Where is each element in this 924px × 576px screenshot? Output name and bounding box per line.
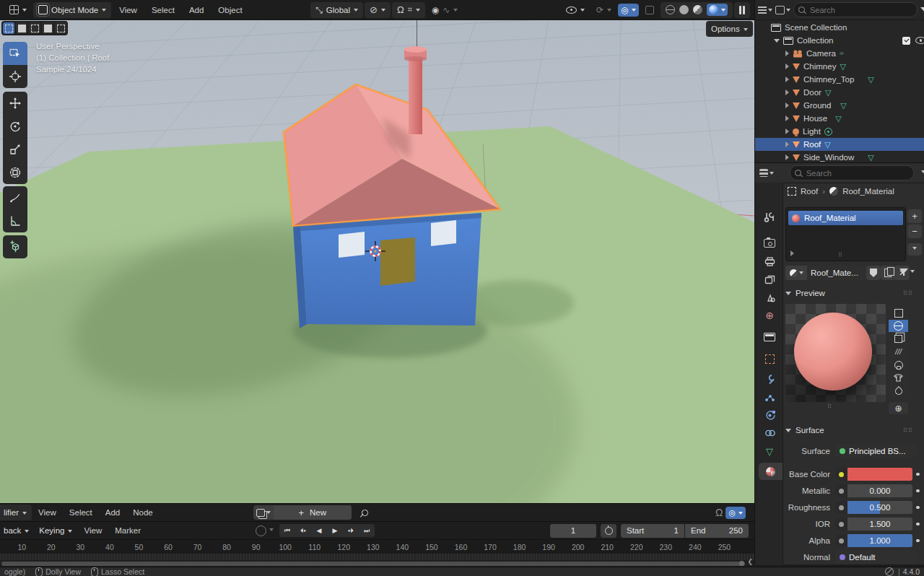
tab-modifiers[interactable] <box>759 370 780 388</box>
expand-arrow-icon[interactable] <box>785 64 789 69</box>
collection-checkbox[interactable] <box>902 37 910 45</box>
outliner-row-collection[interactable]: Collection <box>755 34 924 47</box>
auto-keyframe-button[interactable] <box>601 524 616 538</box>
properties-options-chevron[interactable] <box>921 170 924 175</box>
breadcrumb-object[interactable]: Roof <box>801 187 818 196</box>
fake-user-button[interactable] <box>866 266 881 280</box>
outliner-item-label[interactable]: Ground <box>803 101 831 110</box>
xray-toggle[interactable] <box>640 2 659 18</box>
timeline-menu-marker[interactable]: Marker <box>108 523 147 538</box>
record-options-chevron[interactable] <box>269 528 274 533</box>
scrollbar-handle-dot[interactable] <box>739 561 744 566</box>
expand-arrow-icon[interactable] <box>785 115 789 121</box>
tool-measure[interactable] <box>3 209 27 232</box>
house-walls[interactable] <box>293 213 481 328</box>
shading-material-icon[interactable] <box>693 5 702 14</box>
base-color-swatch[interactable] <box>847 468 912 481</box>
play-button[interactable]: ▶ <box>327 524 343 537</box>
collapse-arrow-icon[interactable] <box>774 39 780 43</box>
end-frame-field[interactable]: End250 <box>685 524 749 538</box>
prev-keyframe-button[interactable]: ⏴⬩ <box>295 524 311 537</box>
tool-rotate[interactable] <box>3 115 27 138</box>
material-name-field[interactable]: Roof_Mate... <box>807 266 866 280</box>
panel-drag-grip[interactable]: ⠿⠿ <box>903 290 913 297</box>
tab-object[interactable] <box>759 350 780 367</box>
outliner-row-house[interactable]: House ▽ <box>755 112 924 125</box>
tool-scale[interactable] <box>3 138 27 161</box>
jump-to-start-button[interactable]: ⏮ <box>279 524 295 537</box>
expand-arrow-icon[interactable] <box>785 141 789 147</box>
outliner-row-chimney-top[interactable]: Chimney_Top ▽ <box>755 73 924 86</box>
eye-icon[interactable] <box>915 37 924 44</box>
outliner-row-ground[interactable]: Ground ▽ <box>755 99 924 112</box>
outliner-filter-button[interactable] <box>920 6 924 14</box>
copy-material-button[interactable] <box>881 266 895 280</box>
options-button[interactable]: Options <box>706 21 753 37</box>
shading-solid-icon[interactable] <box>679 5 689 14</box>
base-color-socket[interactable] <box>835 468 847 481</box>
proportional-edit-group[interactable]: ◉ ∿ <box>427 2 463 18</box>
outliner-item-label[interactable]: Roof <box>803 140 821 149</box>
expand-arrow-icon[interactable] <box>785 128 789 134</box>
outliner-item-label[interactable]: Collection <box>797 36 834 45</box>
preview-type-fluid[interactable] <box>889 385 908 397</box>
tab-tool[interactable] <box>759 209 780 226</box>
timeline-menu-view[interactable]: View <box>77 523 108 538</box>
resize-grip[interactable]: ⠿ <box>838 252 843 258</box>
node-menu-node[interactable]: Node <box>126 505 160 520</box>
preview-type-flat[interactable] <box>889 307 908 319</box>
alpha-socket[interactable] <box>835 534 847 547</box>
node-menu-select[interactable]: Select <box>63 505 99 520</box>
region-corner-chevron[interactable]: ❮ <box>747 558 753 565</box>
node-menu-view[interactable]: View <box>32 505 63 520</box>
viewport-3d[interactable] <box>0 20 754 503</box>
remove-slot-button[interactable]: − <box>907 224 922 238</box>
mode-dropdown[interactable]: Object Mode <box>33 2 111 18</box>
browse-nodetree-button[interactable] <box>253 505 274 520</box>
add-slot-button[interactable]: + <box>907 209 922 223</box>
animate-dot[interactable] <box>916 539 920 543</box>
ior-slider[interactable]: 1.500 <box>847 518 912 531</box>
material-slot-selected[interactable]: Roof_Material <box>788 211 903 225</box>
menu-select[interactable]: Select <box>145 2 181 18</box>
playback-dropdown[interactable]: back <box>0 523 34 538</box>
tab-world[interactable]: ⊕ <box>759 307 780 324</box>
transform-orientation-dropdown[interactable]: ⤡ Global <box>310 2 363 18</box>
node-overlays-toggle[interactable]: ◎ <box>725 507 746 519</box>
menu-view[interactable]: View <box>113 2 144 18</box>
slot-list-expand-icon[interactable] <box>790 250 794 256</box>
select-mode-intersect[interactable] <box>55 22 66 34</box>
ior-socket[interactable] <box>835 518 847 531</box>
select-mode-subtract[interactable] <box>29 22 40 34</box>
outliner-row-light[interactable]: Light <box>755 125 924 138</box>
outliner-search-input[interactable] <box>793 2 918 17</box>
select-mode-set[interactable] <box>3 22 14 34</box>
slot-specials-button[interactable] <box>907 243 922 256</box>
current-frame-field[interactable]: 1 <box>550 524 596 538</box>
timeline-ruler[interactable]: 1020304050607080901001101201301401501601… <box>0 539 754 554</box>
outliner-row-roof-selected[interactable]: Roof ▽ <box>755 138 924 151</box>
preview-type-cloth[interactable] <box>889 372 908 384</box>
tab-output[interactable] <box>759 253 780 270</box>
surface-panel-header[interactable]: Surface <box>785 426 824 435</box>
tab-view-layer[interactable] <box>759 271 780 288</box>
preview-resize-grip[interactable]: ⠿ <box>827 403 832 410</box>
roughness-slider[interactable]: 0.500 <box>847 501 912 514</box>
shading-wireframe-icon[interactable] <box>666 5 675 14</box>
tab-collection[interactable] <box>759 328 780 346</box>
door[interactable] <box>380 237 415 286</box>
breadcrumb-material[interactable]: Roof_Material <box>842 187 894 196</box>
preview-world-button[interactable]: ⊕ <box>889 402 908 414</box>
outliner-row-door[interactable]: Door ▽ <box>755 86 924 99</box>
window-right[interactable] <box>431 220 456 246</box>
pause-preview-button[interactable] <box>734 2 751 18</box>
animate-dot[interactable] <box>916 506 920 510</box>
timeline-track[interactable] <box>0 554 754 560</box>
material-slot-list[interactable]: Roof_Material ⠿ <box>785 207 906 261</box>
outliner-row-camera[interactable]: Camera <box>755 47 924 60</box>
start-frame-field[interactable]: Start1 <box>621 524 684 538</box>
expand-arrow-icon[interactable] <box>785 102 789 108</box>
animate-dot[interactable] <box>916 523 920 526</box>
roughness-socket[interactable] <box>835 501 847 514</box>
node-snapping-icon[interactable]: Ω <box>715 507 723 518</box>
